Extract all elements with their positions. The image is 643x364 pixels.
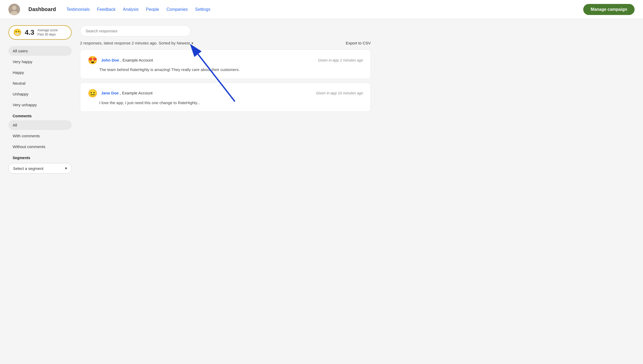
main-layout: 😁 4.3 Average score Past 30 days All use… — [0, 19, 379, 180]
search-bar-wrap — [80, 25, 371, 37]
sidebar-item-happy[interactable]: Happy — [8, 68, 72, 77]
sort-chevron-icon: ▾ — [191, 41, 193, 45]
response-user-info-0: 😍 John Doe , Example Account — [88, 55, 153, 65]
response-card-0: 😍 John Doe , Example Account Given in-ap… — [80, 49, 371, 79]
score-emoji: 😁 — [13, 28, 22, 37]
header: Dashboard Testimonials Feedback Analysis… — [0, 0, 643, 19]
nav-settings[interactable]: Settings — [195, 7, 210, 12]
response-card-1: 😐 Jane Doe , Example Account Given in-ap… — [80, 83, 371, 112]
nav-brand: Dashboard — [28, 6, 56, 12]
segment-chevron-icon: ▾ — [65, 166, 67, 171]
response-emoji-1: 😐 — [88, 89, 97, 98]
sidebar-item-neutral[interactable]: Neutral — [8, 78, 72, 88]
search-input[interactable] — [80, 25, 191, 37]
sidebar-item-unhappy[interactable]: Unhappy — [8, 89, 72, 99]
response-emoji-0: 😍 — [88, 55, 97, 65]
response-account-0: , Example Account — [120, 58, 153, 62]
response-user-name-0: John Doe — [101, 58, 120, 62]
sort-dropdown[interactable]: 2 responses, latest response 2 minutes a… — [80, 41, 193, 45]
response-name-account-1: Jane Doe , Example Account — [101, 91, 152, 95]
manage-campaign-button[interactable]: Manage campaign — [583, 4, 635, 15]
segment-select-label: Select a segment — [13, 166, 43, 171]
sidebar-item-comments-all[interactable]: All — [8, 120, 72, 130]
nav-feedback[interactable]: Feedback — [97, 7, 116, 12]
nav-testimonials[interactable]: Testimonials — [66, 7, 90, 12]
response-text-0: The team behind RateHighly is amazing! T… — [88, 67, 363, 73]
sidebar: 😁 4.3 Average score Past 30 days All use… — [8, 25, 72, 174]
response-account-1: , Example Account — [120, 91, 152, 95]
response-card-header-0: 😍 John Doe , Example Account Given in-ap… — [88, 55, 363, 65]
nav-analysis[interactable]: Analysis — [123, 7, 139, 12]
score-label-2: Past 30 days — [37, 33, 58, 37]
sidebar-item-with-comments[interactable]: With comments — [8, 131, 72, 141]
export-csv-link[interactable]: Export to CSV — [346, 41, 371, 45]
score-card: 😁 4.3 Average score Past 30 days — [8, 25, 72, 40]
responses-meta-row: 2 responses, latest response 2 minutes a… — [80, 41, 371, 45]
nav-companies[interactable]: Companies — [166, 7, 188, 12]
score-label-1: Average score — [37, 28, 58, 33]
response-card-header-1: 😐 Jane Doe , Example Account Given in-ap… — [88, 89, 363, 98]
nav-people[interactable]: People — [146, 7, 159, 12]
response-name-account-0: John Doe , Example Account — [101, 58, 153, 63]
main-content: 2 responses, latest response 2 minutes a… — [72, 25, 371, 174]
sidebar-item-very-unhappy[interactable]: Very unhappy — [8, 100, 72, 110]
response-user-link-1[interactable]: Jane Doe — [101, 91, 119, 95]
nav-links: Testimonials Feedback Analysis People Co… — [66, 7, 575, 12]
response-user-link-0[interactable]: John Doe — [101, 58, 119, 62]
comments-section-label: Comments — [8, 111, 72, 119]
response-time-1: Given in-app 10 minutes ago — [316, 91, 363, 95]
response-user-info-1: 😐 Jane Doe , Example Account — [88, 89, 152, 98]
sidebar-item-without-comments[interactable]: Without comments — [8, 142, 72, 151]
response-user-name-1: Jane Doe — [101, 91, 120, 95]
sidebar-item-very-happy[interactable]: Very happy — [8, 57, 72, 67]
segments-section-label: Segments — [8, 153, 72, 161]
score-label: Average score Past 30 days — [37, 28, 58, 37]
response-time-0: Given in-app 2 minutes ago — [318, 58, 363, 62]
responses-meta-text: 2 responses, latest response 2 minutes a… — [80, 41, 190, 45]
score-value: 4.3 — [25, 28, 34, 37]
avatar — [8, 4, 20, 15]
segment-select[interactable]: Select a segment ▾ — [8, 163, 72, 174]
sidebar-item-all-users[interactable]: All users — [8, 46, 72, 56]
svg-point-1 — [12, 6, 16, 10]
response-text-1: I love the app, I just need this one cha… — [88, 100, 363, 106]
